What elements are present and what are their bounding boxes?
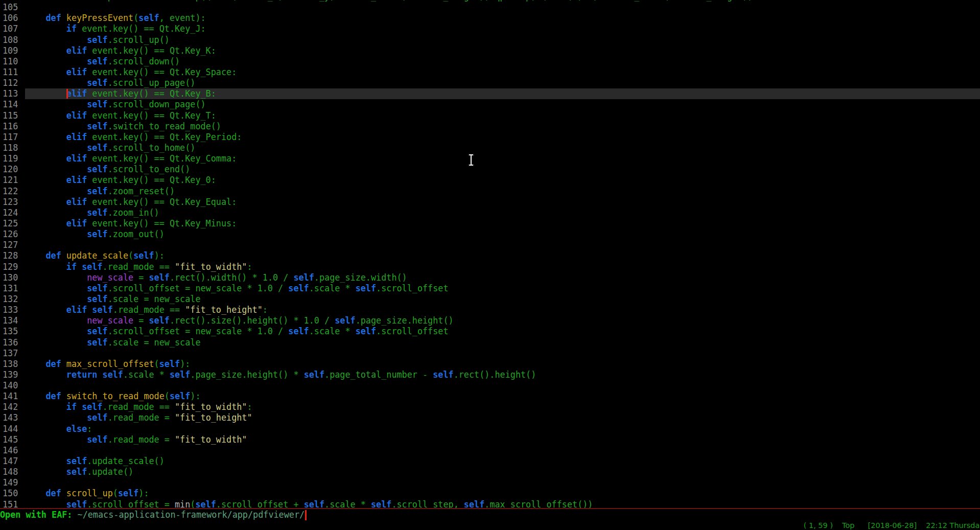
minibuffer[interactable]: Open with EAF: ~/emacs-application-frame… (0, 509, 980, 520)
code-text: return self.scale * self.page_size.heigh… (25, 370, 980, 380)
minibuffer-cursor (305, 510, 307, 520)
code-text: def max_scroll_offset(self): (25, 359, 980, 370)
code-text: self.scale = new_scale (25, 337, 980, 348)
code-line[interactable]: 143 self.read_mode = "fit_to_height" (0, 412, 980, 423)
code-line[interactable]: 115 elif event.key() == Qt.Key_T: (0, 110, 980, 121)
code-line[interactable]: 130 new_scale = self.rect().width() * 1.… (0, 272, 980, 283)
code-text: elif event.key() == Qt.Key_Minus: (25, 218, 980, 229)
code-line[interactable]: 113 elif event.key() == Qt.Key_B: (0, 88, 980, 99)
line-number: 109 (0, 45, 25, 56)
code-line[interactable]: 112 self.scroll_up_page() (0, 78, 980, 88)
code-text: elif event.key() == Qt.Key_Period: (25, 132, 980, 143)
line-number: 122 (0, 186, 25, 197)
code-text: elif self.read_mode == "fit_to_height": (25, 305, 980, 315)
code-line[interactable]: 123 elif event.key() == Qt.Key_Equal: (0, 197, 980, 208)
line-number: 144 (0, 424, 25, 434)
code-line[interactable]: 140 (0, 380, 980, 391)
code-line[interactable]: 146 (0, 445, 980, 456)
code-text: self.scroll_offset = new_scale * 1.0 / s… (25, 283, 980, 294)
line-number: 118 (0, 143, 25, 153)
line-number: 138 (0, 359, 25, 370)
code-text: self.scroll_up() (25, 35, 980, 45)
code-line[interactable]: 147 self.update_scale() (0, 456, 980, 467)
minibuffer-prompt: Open with EAF: (0, 510, 78, 520)
code-line[interactable]: 145 self.read_mode = "fit_to_width" (0, 434, 980, 445)
code-line[interactable]: 131 self.scroll_offset = new_scale * 1.0… (0, 283, 980, 294)
code-text: self.scroll_to_home() (25, 143, 980, 153)
code-line[interactable]: 105 (0, 2, 980, 13)
code-text: if self.read_mode == "fit_to_width": (25, 402, 980, 412)
buffer-position: Top (842, 521, 854, 529)
code-text (25, 380, 980, 391)
code-line[interactable]: 110 self.scroll_down() (0, 56, 980, 67)
code-line[interactable]: 119 elif event.key() == Qt.Key_Comma: (0, 153, 980, 164)
text-cursor (66, 89, 68, 99)
code-text: if self.read_mode == "fit_to_width": (25, 262, 980, 272)
line-number: 114 (0, 99, 25, 110)
line-number: 113 (0, 88, 25, 99)
code-line[interactable]: 117 elif event.key() == Qt.Key_Period: (0, 132, 980, 143)
code-text: elif event.key() == Qt.Key_K: (25, 45, 980, 56)
code-line[interactable]: 132 self.scale = new_scale (0, 294, 980, 305)
code-line[interactable]: 111 elif event.key() == Qt.Key_Space: (0, 67, 980, 78)
code-line[interactable]: 144 else: (0, 424, 980, 434)
code-line[interactable]: 138 def max_scroll_offset(self): (0, 359, 980, 370)
code-line[interactable]: 129 if self.read_mode == "fit_to_width": (0, 262, 980, 272)
code-text: else: (25, 424, 980, 434)
line-number: 134 (0, 315, 25, 326)
code-line[interactable]: 124 self.zoom_in() (0, 208, 980, 218)
code-text: def keyPressEvent(self, event): (25, 13, 980, 24)
code-text: self.zoom_out() (25, 229, 980, 240)
code-line[interactable]: 139 return self.scale * self.page_size.h… (0, 370, 980, 380)
line-number: 106 (0, 13, 25, 24)
code-line[interactable]: 114 self.scroll_down_page() (0, 99, 980, 110)
line-number: 137 (0, 348, 25, 359)
code-line[interactable]: 121 elif event.key() == Qt.Key_0: (0, 175, 980, 186)
code-text: def switch_to_read_mode(self): (25, 391, 980, 402)
code-line[interactable]: 116 self.switch_to_read_mode() (0, 121, 980, 132)
code-line[interactable]: 122 self.zoom_reset() (0, 186, 980, 197)
line-number: 116 (0, 121, 25, 132)
code-line[interactable]: 108 self.scroll_up() (0, 35, 980, 45)
code-line[interactable]: 118 self.scroll_to_home() (0, 143, 980, 153)
line-number: 136 (0, 337, 25, 348)
code-text: elif event.key() == Qt.Key_Comma: (25, 153, 980, 164)
line-number: 112 (0, 78, 25, 88)
code-text (25, 2, 980, 13)
code-line[interactable]: 149 (0, 477, 980, 488)
code-line[interactable]: 120 self.scroll_to_end() (0, 164, 980, 175)
code-text (25, 348, 980, 359)
code-line[interactable]: 106 def keyPressEvent(self, event): (0, 13, 980, 24)
minibuffer-input[interactable]: ~/emacs-application-framework/app/pdfvie… (78, 510, 305, 520)
code-line[interactable]: 150 def scroll_up(self): (0, 488, 980, 499)
code-buffer[interactable]: painter.drawPixmap(QRect(render_x, rende… (0, 0, 980, 508)
code-line[interactable]: 136 self.scale = new_scale (0, 337, 980, 348)
code-line[interactable]: 137 (0, 348, 980, 359)
code-line[interactable]: 142 if self.read_mode == "fit_to_width": (0, 402, 980, 412)
code-text: elif event.key() == Qt.Key_B: (25, 88, 980, 99)
code-line[interactable]: 141 def switch_to_read_mode(self): (0, 391, 980, 402)
line-number: 135 (0, 326, 25, 337)
code-line[interactable]: 125 elif event.key() == Qt.Key_Minus: (0, 218, 980, 229)
code-line[interactable]: 134 new_scale = self.rect().size().heigh… (0, 315, 980, 326)
code-line[interactable]: 128 def update_scale(self): (0, 250, 980, 261)
code-line[interactable]: 148 self.update() (0, 467, 980, 477)
code-text: self.scroll_offset = min(self.scroll_off… (25, 499, 980, 508)
code-line[interactable]: 107 if event.key() == Qt.Key_J: (0, 24, 980, 34)
line-number: 115 (0, 110, 25, 121)
code-text (25, 445, 980, 456)
line-number: 131 (0, 283, 25, 294)
code-line[interactable]: 133 elif self.read_mode == "fit_to_heigh… (0, 305, 980, 315)
code-text: new_scale = self.rect().width() * 1.0 / … (25, 272, 980, 283)
code-line[interactable]: 151 self.scroll_offset = min(self.scroll… (0, 499, 980, 508)
line-number: 150 (0, 488, 25, 499)
code-text (25, 240, 980, 250)
code-line[interactable]: 109 elif event.key() == Qt.Key_K: (0, 45, 980, 56)
code-line[interactable]: 126 self.zoom_out() (0, 229, 980, 240)
tray-day: Thursday (950, 521, 980, 529)
code-line[interactable]: 127 (0, 240, 980, 250)
line-number: 120 (0, 164, 25, 175)
code-text: self.scroll_offset = new_scale * 1.0 / s… (25, 326, 980, 337)
code-line[interactable]: 135 self.scroll_offset = new_scale * 1.0… (0, 326, 980, 337)
code-text: self.scroll_down() (25, 56, 980, 67)
